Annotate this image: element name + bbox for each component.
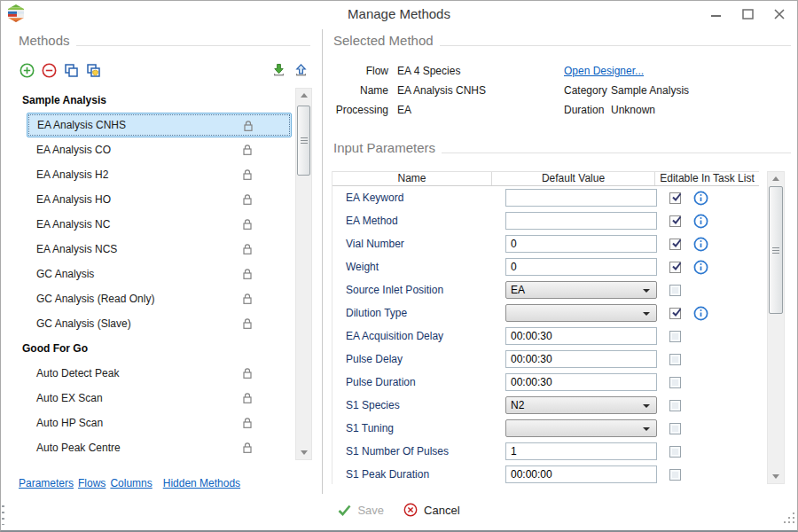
- method-item[interactable]: GC Analysis: [27, 262, 292, 286]
- parameter-default-cell: 1: [492, 442, 655, 460]
- parameter-editable-cell: [655, 423, 759, 434]
- footer-link-flows[interactable]: Flows: [78, 477, 106, 489]
- cancel-x-icon: [403, 503, 418, 517]
- editable-checkbox[interactable]: [669, 446, 681, 458]
- scroll-up-icon[interactable]: [768, 172, 784, 185]
- method-item-label: Auto HP Scan: [36, 417, 103, 429]
- editable-checkbox[interactable]: [669, 469, 681, 481]
- parameter-row: Pulse Delay00:00:30: [332, 348, 759, 371]
- parameter-input[interactable]: [505, 189, 657, 207]
- parameter-name: Source Inlet Position: [332, 284, 492, 296]
- cancel-button[interactable]: Cancel: [403, 503, 459, 517]
- parameter-input[interactable]: 00:00:30: [505, 350, 657, 368]
- method-item-label: GC Analysis (Slave): [36, 317, 131, 330]
- column-editable: Editable In Task List: [655, 172, 759, 185]
- editable-checkbox[interactable]: [669, 354, 681, 365]
- parameter-default-cell: [492, 419, 655, 437]
- scroll-up-icon[interactable]: [296, 89, 311, 102]
- scroll-down-icon[interactable]: [768, 470, 784, 483]
- method-item-label: GC Analysis (Read Only): [36, 293, 154, 305]
- method-item[interactable]: Auto EX Scan: [27, 386, 292, 411]
- parameter-default-cell: N2: [492, 396, 655, 414]
- methods-list-scrollbar[interactable]: [295, 88, 312, 460]
- resize-grip[interactable]: [784, 512, 795, 528]
- parameter-row: Dilution Type: [332, 301, 759, 325]
- parameter-editable-cell: [655, 331, 759, 342]
- method-item[interactable]: EA Analysis H2: [27, 162, 292, 187]
- add-method-icon[interactable]: [19, 62, 35, 78]
- close-button[interactable]: [763, 1, 795, 27]
- parameter-dropdown[interactable]: [505, 419, 657, 437]
- duration-label: Duration: [564, 104, 611, 116]
- parameter-default-cell: 0: [492, 258, 655, 276]
- import-methods-icon[interactable]: [270, 62, 286, 78]
- column-name: Name: [332, 172, 492, 185]
- method-item[interactable]: Auto HP Scan: [27, 411, 292, 435]
- copy-method-special-icon[interactable]: [85, 62, 101, 78]
- parameter-row: S1 Number Of Pulses1: [332, 440, 759, 463]
- lock-icon: [242, 392, 253, 404]
- parameters-table-header: Name Default Value Editable In Task List: [332, 171, 759, 186]
- editable-checkbox[interactable]: [669, 308, 681, 319]
- lock-icon: [242, 367, 253, 379]
- editable-checkbox[interactable]: [669, 192, 681, 204]
- parameter-editable-cell: [655, 237, 759, 252]
- scroll-down-icon[interactable]: [296, 446, 311, 459]
- panel-divider: [322, 29, 323, 494]
- lock-icon: [242, 193, 253, 206]
- editable-checkbox[interactable]: [669, 423, 681, 434]
- method-item[interactable]: GC Analysis (Read Only): [27, 286, 292, 311]
- methods-toolbar: [19, 62, 309, 78]
- parameter-input[interactable]: 00:00:00: [505, 466, 657, 483]
- scroll-thumb[interactable]: [297, 106, 310, 176]
- method-item[interactable]: EA Analysis NC: [27, 212, 292, 237]
- export-methods-icon[interactable]: [293, 62, 309, 78]
- parameter-dropdown[interactable]: [505, 304, 657, 322]
- method-item[interactable]: Auto Detect Peak: [27, 361, 292, 386]
- parameter-name: Vial Number: [332, 238, 492, 250]
- minimize-button[interactable]: [700, 1, 732, 27]
- parameter-name: Pulse Delay: [332, 353, 492, 365]
- method-item[interactable]: GC Analysis (Slave): [27, 311, 292, 336]
- parameter-name: Pulse Duration: [332, 376, 492, 388]
- editable-checkbox[interactable]: [669, 262, 681, 273]
- titlebar: Manage Methods: [1, 1, 797, 27]
- editable-checkbox[interactable]: [669, 400, 681, 411]
- scroll-thumb[interactable]: [769, 186, 783, 314]
- editable-checkbox[interactable]: [669, 215, 681, 227]
- parameter-input[interactable]: 1: [505, 442, 657, 460]
- method-item[interactable]: EA Analysis CNHS: [27, 113, 292, 137]
- parameter-dropdown[interactable]: EA: [505, 281, 657, 299]
- editable-checkbox[interactable]: [669, 285, 681, 296]
- processing-value: EA: [397, 104, 411, 116]
- remove-method-icon[interactable]: [41, 62, 57, 78]
- method-item[interactable]: Auto Peak Centre: [27, 435, 292, 460]
- parameter-input[interactable]: [505, 212, 657, 230]
- lock-icon: [243, 120, 254, 132]
- method-item-label: EA Analysis NC: [36, 218, 110, 231]
- parameters-table-scrollbar[interactable]: [767, 171, 785, 484]
- method-item[interactable]: EA Analysis NCS: [27, 237, 292, 262]
- parameter-input[interactable]: 0: [505, 258, 657, 276]
- parameter-dropdown[interactable]: N2: [505, 396, 657, 414]
- footer-link-columns[interactable]: Columns: [110, 477, 152, 489]
- parameter-input[interactable]: 00:00:30: [505, 373, 657, 391]
- parameter-default-cell: 0: [492, 235, 655, 253]
- editable-checkbox[interactable]: [669, 239, 681, 250]
- parameter-input[interactable]: 00:00:30: [505, 327, 657, 345]
- editable-checkbox[interactable]: [669, 377, 681, 388]
- footer-link-parameters[interactable]: Parameters: [19, 477, 74, 489]
- info-icon: [693, 260, 708, 275]
- footer-link-hidden-methods[interactable]: Hidden Methods: [163, 477, 240, 489]
- copy-method-icon[interactable]: [63, 62, 79, 78]
- editable-checkbox[interactable]: [669, 331, 681, 342]
- maximize-button[interactable]: [732, 1, 763, 27]
- method-item[interactable]: EA Analysis CO: [27, 137, 292, 162]
- selected-method-fields-right: Open Designer... CategorySample Analysis…: [564, 61, 689, 120]
- open-designer-link[interactable]: Open Designer...: [564, 65, 644, 77]
- method-item[interactable]: EA Analysis HO: [27, 187, 292, 212]
- info-icon: [693, 191, 708, 206]
- save-button[interactable]: Save: [338, 504, 384, 517]
- category-value: Sample Analysis: [611, 84, 689, 97]
- parameter-input[interactable]: 0: [505, 235, 657, 253]
